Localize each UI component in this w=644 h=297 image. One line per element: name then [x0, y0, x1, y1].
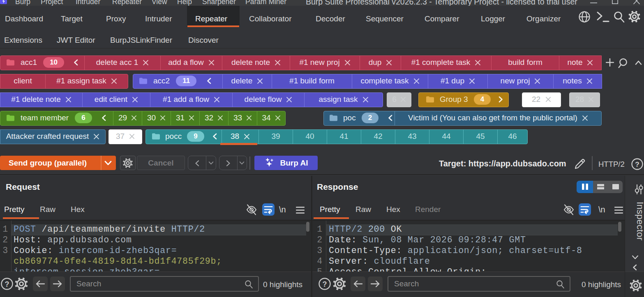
svg-text:?: ?	[635, 161, 639, 168]
svg-text:?: ?	[323, 280, 327, 288]
svg-text:?: ?	[5, 280, 9, 288]
